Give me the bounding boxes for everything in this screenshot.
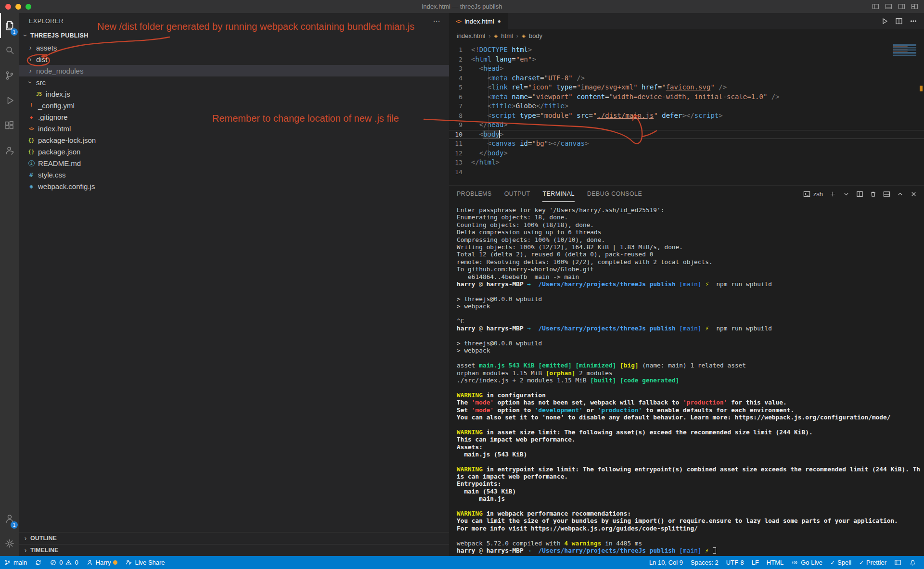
panel-tab-debug-console[interactable]: DEBUG CONSOLE [587, 186, 642, 202]
tree-item-dist[interactable]: dist [19, 53, 449, 65]
cursor-position[interactable]: Ln 10, Col 9 [645, 556, 687, 569]
spell-checker-status[interactable]: ✓ Spell [826, 556, 855, 569]
line-number[interactable]: 2 [449, 55, 471, 64]
code-line-12[interactable]: 12 </body> [449, 149, 924, 158]
line-number[interactable]: 1 [449, 45, 471, 55]
line-number[interactable]: 3 [449, 64, 471, 74]
line-number[interactable]: 5 [449, 83, 471, 92]
activitybar-settings[interactable] [0, 531, 19, 556]
sidebar-bottom-sections: OUTLINE TIMELINE [19, 532, 449, 556]
breadcrumb-item-index.html[interactable]: index.html [457, 32, 485, 39]
line-number[interactable]: 12 [449, 149, 471, 158]
panel-tab-output[interactable]: OUTPUT [504, 186, 530, 202]
code-line-8[interactable]: 8 <script type="module" src="./dist/main… [449, 111, 924, 121]
code-line-3[interactable]: 3 <head> [449, 64, 924, 74]
run-file-icon[interactable] [881, 17, 888, 25]
minimap[interactable] [893, 44, 916, 57]
tree-item-index.js[interactable]: JSindex.js [19, 88, 449, 100]
prettier-status[interactable]: ✓ Prettier [855, 556, 890, 569]
split-terminal-icon[interactable] [856, 190, 863, 198]
terminal-text [616, 362, 620, 369]
split-editor-icon[interactable] [895, 17, 903, 25]
code-line-14[interactable]: 14 [449, 167, 924, 177]
indentation-indicator[interactable]: Spaces: 2 [687, 556, 722, 569]
chevron-down-icon[interactable] [843, 190, 850, 198]
tree-item-_config.yml[interactable]: !_config.yml [19, 100, 449, 111]
code-line-11[interactable]: 11 <canvas id="bg"></canvas> [449, 139, 924, 149]
line-number[interactable]: 8 [449, 111, 471, 121]
close-panel-icon[interactable] [910, 190, 917, 198]
tree-item-webpack.config.js[interactable]: ◉webpack.config.js [19, 180, 449, 192]
code-line-1[interactable]: 1<!DOCTYPE html> [449, 45, 924, 55]
tree-item-.gitignore[interactable]: ◆.gitignore [19, 111, 449, 123]
user-indicator[interactable]: Harry [82, 556, 122, 569]
language-indicator[interactable]: HTML [763, 556, 787, 569]
project-section-header[interactable]: THREEJS PUBLISH [19, 29, 449, 42]
activitybar-source-control[interactable] [0, 63, 19, 88]
line-number[interactable]: 9 [449, 120, 471, 130]
maximize-panel-icon[interactable] [897, 190, 904, 198]
terminal-output[interactable]: Enter passphrase for key '/Users/harry/.… [449, 202, 924, 556]
code-line-10[interactable]: 10 <body> [449, 130, 924, 139]
panel-layout-icon[interactable] [883, 190, 890, 198]
encoding-indicator[interactable]: UTF-8 [722, 556, 748, 569]
line-number[interactable]: 11 [449, 139, 471, 149]
panel-tab-problems[interactable]: PROBLEMS [457, 186, 492, 202]
activitybar-live-share[interactable] [0, 138, 19, 163]
code-line-13[interactable]: 13</html> [449, 158, 924, 167]
line-number[interactable]: 14 [449, 167, 471, 177]
notifications-button[interactable] [905, 556, 920, 569]
branch-indicator[interactable]: main [0, 556, 31, 569]
code-line-2[interactable]: 2<html lang="en"> [449, 55, 924, 64]
code-token [516, 112, 520, 119]
new-terminal-icon[interactable] [829, 190, 836, 198]
tree-item-index.html[interactable]: <>index.html [19, 123, 449, 134]
line-number[interactable]: 4 [449, 74, 471, 83]
code-line-7[interactable]: 7 <title>Globe</title> [449, 101, 924, 111]
activitybar-extensions[interactable] [0, 113, 19, 138]
code-line-5[interactable]: 5 <link rel="icon" type="image/svg+xml" … [449, 83, 924, 92]
outline-section[interactable]: OUTLINE [19, 532, 449, 544]
feedback-button[interactable] [890, 556, 905, 569]
toggle-sidebar-icon[interactable] [872, 3, 879, 10]
yaml-icon: ! [27, 102, 36, 109]
tree-item-README.md[interactable]: iREADME.md [19, 157, 449, 169]
tree-item-src[interactable]: src [19, 76, 449, 88]
customize-layout-icon[interactable] [911, 3, 918, 10]
sync-button[interactable] [31, 556, 46, 569]
tree-item-package-lock.json[interactable]: {}package-lock.json [19, 134, 449, 146]
toggle-secondary-sidebar-icon[interactable] [898, 3, 905, 10]
go-live-button[interactable]: Go Live [787, 556, 826, 569]
line-number[interactable]: 7 [449, 101, 471, 111]
code-editor[interactable]: 1<!DOCTYPE html>2<html lang="en">3 <head… [449, 42, 924, 185]
tree-item-package.json[interactable]: {}package.json [19, 146, 449, 157]
activitybar-account[interactable]: 1 [0, 506, 19, 531]
activitybar-run-debug[interactable] [0, 88, 19, 113]
terminal-line: ./src/index.js + 2 modules 1.15 MiB [bui… [457, 377, 924, 384]
panel-tab-terminal[interactable]: TERMINAL [542, 186, 574, 202]
tree-item-assets[interactable]: assets [19, 42, 449, 53]
breadcrumb-item-html[interactable]: html [501, 32, 513, 39]
line-number[interactable]: 10 [449, 130, 471, 139]
live-share-button[interactable]: Live Share [121, 556, 168, 569]
modified-dot-icon[interactable]: ● [498, 18, 501, 25]
code-line-4[interactable]: 4 <meta charset="UTF-8" /> [449, 74, 924, 83]
timeline-section[interactable]: TIMELINE [19, 544, 449, 556]
tree-item-style.css[interactable]: #style.css [19, 169, 449, 180]
eol-indicator[interactable]: LF [748, 556, 763, 569]
line-number[interactable]: 6 [449, 92, 471, 102]
kill-terminal-icon[interactable] [870, 190, 877, 198]
more-actions-icon[interactable]: ⋯ [433, 17, 441, 25]
toggle-panel-icon[interactable] [885, 3, 892, 10]
tab-index-html[interactable]: <> index.html ● [449, 13, 508, 29]
activitybar-explorer[interactable]: 1 [0, 13, 19, 38]
activitybar-search[interactable] [0, 38, 19, 63]
terminal-shell-selector[interactable]: zsh [803, 190, 823, 198]
code-line-6[interactable]: 6 <meta name="viewport" content="width=d… [449, 92, 924, 102]
problems-indicator[interactable]: 0 0 [46, 556, 82, 569]
more-actions-icon[interactable] [910, 17, 917, 25]
tree-item-node_modules[interactable]: node_modules [19, 65, 449, 76]
code-line-9[interactable]: 9 </head> [449, 120, 924, 130]
line-number[interactable]: 13 [449, 158, 471, 167]
breadcrumb-item-body[interactable]: body [529, 32, 542, 39]
